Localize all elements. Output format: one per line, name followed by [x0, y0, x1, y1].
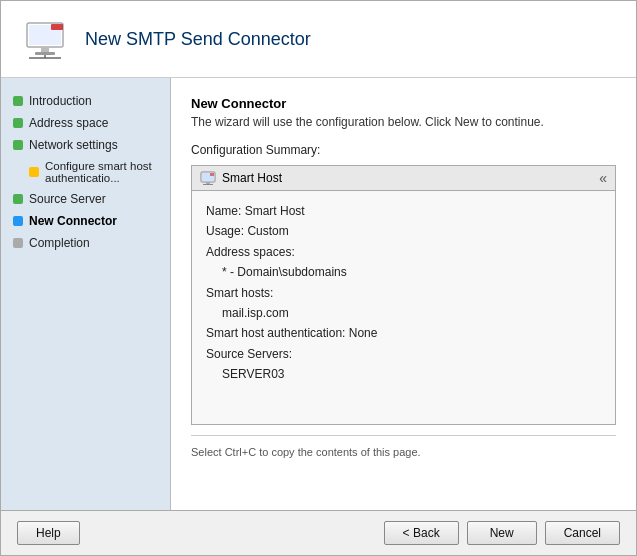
address-spaces-label: Address spaces:: [206, 245, 295, 259]
svg-rect-10: [206, 182, 210, 184]
sidebar-item-introduction[interactable]: Introduction: [1, 90, 170, 112]
summary-smart-hosts-row: Smart hosts:: [206, 283, 601, 303]
sidebar-item-network-settings-label: Network settings: [29, 138, 118, 152]
page-description: The wizard will use the configuration be…: [191, 115, 616, 129]
sidebar-item-address-space[interactable]: Address space: [1, 112, 170, 134]
summary-smart-host-auth-row: Smart host authentication: None: [206, 323, 601, 343]
sidebar-item-network-settings[interactable]: Network settings: [1, 134, 170, 156]
help-button[interactable]: Help: [17, 521, 80, 545]
usage-label: Usage:: [206, 224, 244, 238]
name-value: Smart Host: [245, 204, 305, 218]
configure-smart-status-dot: [29, 167, 39, 177]
summary-header: Smart Host «: [192, 166, 615, 191]
sidebar: Introduction Address space Network setti…: [1, 78, 171, 510]
summary-source-servers-row: Source Servers:: [206, 344, 601, 364]
new-connector-status-dot: [13, 216, 23, 226]
footer-right-buttons: < Back New Cancel: [384, 521, 620, 545]
address-spaces-value: * - Domain\subdomains: [222, 265, 347, 279]
smart-hosts-label: Smart hosts:: [206, 286, 273, 300]
summary-content: Name: Smart Host Usage: Custom Address s…: [192, 191, 615, 395]
smart-hosts-value: mail.isp.com: [222, 306, 289, 320]
connector-icon: [21, 15, 69, 63]
summary-smart-hosts-value-row: mail.isp.com: [206, 303, 601, 323]
summary-box: Smart Host « Name: Smart Host Usage: Cus…: [191, 165, 616, 425]
dialog-body: Introduction Address space Network setti…: [1, 78, 636, 510]
dialog-title: New SMTP Send Connector: [85, 29, 311, 50]
sidebar-item-configure-smart[interactable]: Configure smart host authenticatio...: [1, 156, 170, 188]
smart-host-icon: [200, 171, 216, 185]
summary-address-spaces-row: Address spaces:: [206, 242, 601, 262]
svg-rect-4: [35, 52, 55, 55]
network-settings-status-dot: [13, 140, 23, 150]
summary-source-servers-value-row: SERVER03: [206, 364, 601, 384]
sidebar-item-address-space-label: Address space: [29, 116, 108, 130]
dialog-window: New SMTP Send Connector Introduction Add…: [0, 0, 637, 556]
svg-rect-9: [210, 173, 214, 176]
source-servers-value: SERVER03: [222, 367, 284, 381]
address-space-status-dot: [13, 118, 23, 128]
sidebar-item-source-server[interactable]: Source Server: [1, 188, 170, 210]
sidebar-item-new-connector[interactable]: New Connector: [1, 210, 170, 232]
sidebar-item-new-connector-label: New Connector: [29, 214, 117, 228]
sidebar-item-introduction-label: Introduction: [29, 94, 92, 108]
source-server-status-dot: [13, 194, 23, 204]
sidebar-item-completion-label: Completion: [29, 236, 90, 250]
config-summary-label: Configuration Summary:: [191, 143, 616, 157]
smart-host-auth-label: Smart host authentication:: [206, 326, 345, 340]
introduction-status-dot: [13, 96, 23, 106]
summary-header-left: Smart Host: [200, 171, 282, 185]
name-label: Name:: [206, 204, 241, 218]
back-button[interactable]: < Back: [384, 521, 459, 545]
summary-address-spaces-value-row: * - Domain\subdomains: [206, 262, 601, 282]
svg-rect-11: [203, 184, 213, 185]
dialog-header: New SMTP Send Connector: [1, 1, 636, 78]
summary-name-row: Name: Smart Host: [206, 201, 601, 221]
dialog-footer: Help < Back New Cancel: [1, 510, 636, 555]
main-content: New Connector The wizard will use the co…: [171, 78, 636, 510]
smart-host-auth-value: None: [349, 326, 378, 340]
sidebar-item-source-server-label: Source Server: [29, 192, 106, 206]
summary-usage-row: Usage: Custom: [206, 221, 601, 241]
summary-header-title: Smart Host: [222, 171, 282, 185]
sidebar-item-configure-smart-label: Configure smart host authenticatio...: [45, 160, 158, 184]
bottom-hint: Select Ctrl+C to copy the contents of th…: [191, 435, 616, 458]
sidebar-item-completion[interactable]: Completion: [1, 232, 170, 254]
completion-status-dot: [13, 238, 23, 248]
usage-value: Custom: [247, 224, 288, 238]
new-button[interactable]: New: [467, 521, 537, 545]
svg-rect-3: [41, 47, 49, 52]
collapse-icon[interactable]: «: [599, 170, 607, 186]
source-servers-label: Source Servers:: [206, 347, 292, 361]
page-title: New Connector: [191, 96, 616, 111]
cancel-button[interactable]: Cancel: [545, 521, 620, 545]
svg-rect-2: [51, 24, 63, 30]
